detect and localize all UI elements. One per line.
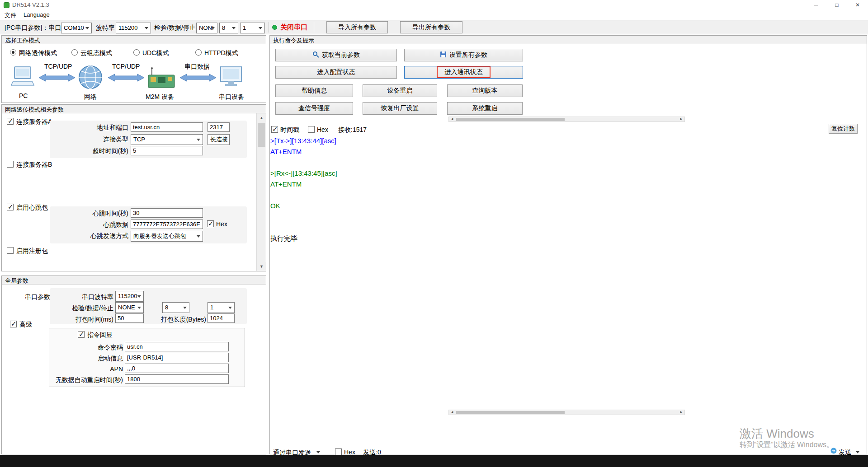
net-params-scrollbar[interactable]: ▲ ▼: [256, 113, 266, 271]
help-button[interactable]: 帮助信息: [275, 84, 353, 97]
scroll-up-icon[interactable]: ▲: [257, 113, 266, 122]
conn-type-label: 连接类型: [50, 135, 128, 143]
scroll-left-icon[interactable]: ◄: [449, 117, 455, 121]
heartbeat-hex-checkbox[interactable]: [207, 220, 214, 227]
signal-strength-button[interactable]: 查信号强度: [275, 102, 353, 115]
query-version-button[interactable]: 查询版本: [447, 84, 523, 97]
command-panel-title: 执行命令及提示: [270, 36, 867, 44]
timestamp-checkbox[interactable]: [271, 126, 278, 133]
scroll-right-icon[interactable]: ►: [678, 410, 684, 415]
global-parity-select[interactable]: NONE: [115, 302, 144, 313]
advanced-checkbox[interactable]: [10, 321, 17, 327]
chevron-down-icon: [85, 27, 89, 29]
server-a-label: 连接服务器A: [16, 117, 52, 126]
device-restart-button[interactable]: 设备重启: [363, 84, 437, 97]
scrollbar-thumb[interactable]: [456, 411, 565, 414]
link2-label: TCP/UDP: [112, 62, 140, 70]
reset-count-button[interactable]: 复位计数: [829, 124, 858, 134]
heartbeat-time-label: 心跳时间(秒): [50, 209, 128, 217]
scroll-right-icon[interactable]: ►: [678, 117, 684, 121]
factory-reset-button[interactable]: 恢复出厂设置: [363, 102, 437, 115]
global-databits-select[interactable]: 8: [162, 302, 189, 313]
serial-device-label: 串口设备: [219, 93, 244, 101]
log-hex-checkbox[interactable]: [308, 126, 315, 133]
server-a-port-input[interactable]: [208, 122, 230, 132]
footer-hex-checkbox[interactable]: [335, 448, 342, 455]
get-params-button[interactable]: 获取当前参数: [275, 49, 397, 61]
chevron-down-icon: [228, 307, 232, 309]
radio-httpd[interactable]: [195, 49, 202, 56]
com-port-select[interactable]: COM10: [61, 23, 92, 33]
enter-config-button[interactable]: 进入配置状态: [275, 66, 397, 79]
chevron-down-icon: [183, 307, 187, 309]
recv-count-label: 接收:1517: [338, 126, 367, 134]
heartbeat-send-label: 心跳发送方式: [50, 232, 128, 240]
log-bottom-scrollbar[interactable]: ◄ ►: [448, 410, 685, 415]
register-checkbox[interactable]: [7, 247, 14, 254]
chevron-down-icon: [259, 27, 262, 29]
floppy-disk-icon: [440, 51, 447, 59]
menu-file[interactable]: 文件: [5, 11, 16, 19]
scroll-down-icon[interactable]: ▼: [257, 262, 266, 271]
server-b-checkbox[interactable]: [7, 161, 14, 168]
global-baud-select[interactable]: 115200: [115, 291, 144, 302]
system-restart-button[interactable]: 系统重启: [447, 102, 523, 115]
tcp-udp-arrow-icon: [39, 74, 75, 83]
export-params-button[interactable]: 导出所有参数: [400, 21, 462, 33]
boot-msg-input[interactable]: [125, 353, 229, 362]
scrollbar-thumb[interactable]: [258, 123, 265, 147]
chevron-down-icon[interactable]: [856, 451, 859, 453]
echo-checkbox[interactable]: [78, 331, 85, 338]
taskbar-strip: [0, 455, 868, 467]
enter-comm-button[interactable]: 进入通讯状态: [404, 66, 523, 79]
baud-select[interactable]: 115200: [116, 23, 151, 33]
pc-icon: [11, 66, 34, 89]
scroll-left-icon[interactable]: ◄: [449, 410, 455, 415]
log-top-scrollbar[interactable]: ◄ ►: [448, 117, 685, 122]
close-port-button[interactable]: 关闭串口: [280, 23, 307, 31]
radio-udc[interactable]: [133, 49, 140, 56]
server-a-address-input[interactable]: [131, 122, 203, 132]
conn-mode-select[interactable]: 长连接: [208, 134, 230, 145]
pack-time-label: 打包时间(ms): [50, 315, 113, 323]
conn-type-select[interactable]: TCP: [131, 134, 203, 145]
auto-restart-input[interactable]: [125, 374, 229, 384]
log-line: [270, 157, 858, 168]
databits-select[interactable]: 8: [219, 23, 238, 33]
parity-select[interactable]: NONI: [196, 23, 217, 33]
heartbeat-data-input[interactable]: [131, 219, 203, 229]
conn-type-value: TCP: [133, 136, 145, 143]
maximize-button[interactable]: □: [826, 0, 847, 10]
timeout-input[interactable]: [131, 146, 203, 155]
tcp-udp-arrow-icon: [108, 74, 144, 83]
log-line: >[Tx->][13:43:44][asc]: [270, 135, 858, 146]
radio-udc-label: UDC模式: [142, 49, 169, 57]
chevron-down-icon[interactable]: [316, 451, 320, 453]
server-a-checkbox[interactable]: [7, 118, 14, 125]
radio-net-passthrough[interactable]: [10, 49, 16, 56]
import-params-button[interactable]: 导入所有参数: [326, 21, 388, 33]
pack-len-input[interactable]: [208, 313, 235, 323]
close-button[interactable]: ✕: [847, 0, 868, 10]
log-line: [270, 211, 858, 222]
menu-language[interactable]: Language: [24, 11, 50, 18]
log-textarea[interactable]: >[Tx->][13:43:44][asc] AT+ENTM >[Rx<-][1…: [270, 135, 858, 406]
heartbeat-send-select[interactable]: 向服务器发送心跳包: [131, 231, 203, 242]
advanced-label: 高级: [19, 320, 32, 328]
scrollbar-thumb[interactable]: [456, 118, 565, 121]
pack-time-input[interactable]: [115, 313, 144, 323]
global-stopbits-select[interactable]: 1: [208, 302, 235, 313]
apn-input[interactable]: [125, 364, 229, 373]
heartbeat-time-input[interactable]: [131, 208, 203, 218]
minimize-button[interactable]: ─: [806, 0, 826, 10]
set-params-button[interactable]: 设置所有参数: [404, 49, 523, 61]
radio-cloud[interactable]: [71, 49, 78, 56]
global-parity-value: NONE: [118, 304, 135, 311]
global-baud-value: 115200: [118, 293, 137, 299]
stopbits-value: 1: [243, 24, 246, 31]
magnifier-icon: [312, 51, 319, 59]
heartbeat-checkbox[interactable]: [7, 204, 14, 210]
stopbits-select[interactable]: 1: [240, 23, 265, 33]
cmd-password-input[interactable]: [125, 342, 229, 351]
heartbeat-hex-label: Hex: [216, 220, 227, 228]
